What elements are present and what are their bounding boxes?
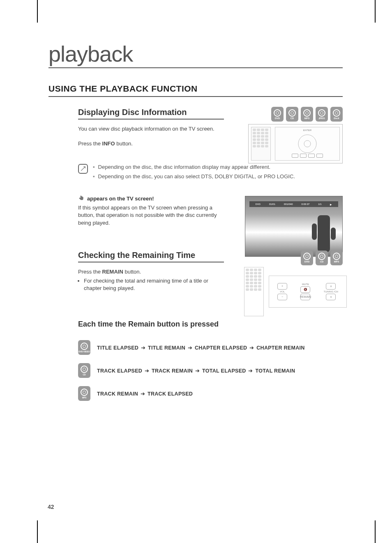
remain-bullet: For checking the total and remaining tim…	[84, 277, 226, 292]
note-block: ▪ Depending on the disc, the disc inform…	[78, 164, 343, 183]
format-badge-mp3: MP3	[330, 251, 343, 265]
crop-mark	[37, 520, 38, 543]
arrow-icon: ➔	[138, 345, 148, 351]
info-time: 0:00:37	[301, 203, 309, 205]
format-badge-cd: CD	[78, 363, 90, 378]
press-instruction: Press the INFO button.	[78, 140, 226, 147]
page-content: playback USING THE PLAYBACK FUNCTION DVD…	[0, 0, 392, 430]
section-title: USING THE PLAYBACK FUNCTION	[48, 84, 343, 97]
arrow-icon: ➔	[142, 368, 152, 374]
note-text: Depending on the disc, the disc informat…	[98, 164, 271, 171]
format-badge-mp3: MP3	[301, 107, 313, 122]
mute-remain-column: MUTE 🔇 REMAIN	[300, 283, 310, 300]
svg-point-0	[298, 135, 316, 153]
arrow-icon: ➔	[247, 345, 256, 351]
crop-mark	[375, 520, 376, 543]
sequence-step: CHAPTER REMAIN	[256, 345, 304, 351]
sequence-section: Each time the Remain button is pressed D…	[78, 320, 343, 401]
vol-down: −	[277, 294, 287, 300]
format-label: DivX	[334, 117, 339, 120]
hand-icon	[78, 195, 85, 202]
sequence-step: TOTAL REMAIN	[256, 368, 295, 374]
tuning-label: TUNING /CH	[324, 290, 338, 293]
info-title: 01/01	[269, 203, 275, 205]
sequence-text: TRACK REMAIN ➔ TRACK ELAPSED	[97, 391, 193, 397]
disc-icon	[274, 109, 281, 117]
press-button: INFO	[102, 140, 115, 147]
arrow-icon: ➔	[246, 368, 256, 374]
format-badge-jpeg: JPEG	[316, 107, 328, 122]
section-body: DVDCDMP3JPEGDivX Displaying Disc Informa…	[48, 108, 343, 401]
disc-icon	[81, 389, 88, 396]
disc-icon	[333, 253, 340, 260]
press-suffix: button.	[115, 140, 133, 147]
format-label: CD	[320, 260, 324, 263]
remote-diagram: ENTER	[248, 124, 343, 163]
disc-icon	[318, 253, 325, 260]
sequence-step: CHAPTER ELAPSED	[195, 345, 247, 351]
note-icon	[78, 164, 88, 174]
enter-label: ENTER	[303, 129, 311, 131]
note-item: ▪ Depending on the disc, the disc inform…	[93, 164, 295, 171]
button-zoom: + VOL − MUTE 🔇 REMAIN ∧ TUNING /CH ∨	[269, 276, 347, 308]
arrow-icon: ➔	[138, 391, 148, 397]
chapter-title: playback	[48, 41, 343, 68]
format-label: MP3	[304, 117, 309, 120]
format-badge-cd: CD	[286, 107, 298, 122]
disc-icon	[81, 366, 88, 373]
format-badge-cd: CD	[316, 251, 328, 265]
format-label: JPEG	[318, 117, 325, 120]
remote-outline	[251, 127, 271, 161]
press-button: REMAIN	[102, 269, 123, 275]
mute-button: 🔇	[300, 286, 310, 293]
format-label: CD	[83, 373, 85, 376]
sequence-step: TOTAL ELAPSED	[202, 368, 246, 374]
note-text: Depending on the disc, you can also sele…	[98, 173, 295, 180]
disc-icon	[303, 109, 311, 117]
subsection-title: Checking the Remaining Time	[78, 251, 224, 262]
zoom-btn	[300, 154, 307, 158]
format-label: CD	[291, 117, 294, 120]
format-badge-dvd: DVD	[301, 251, 313, 265]
crop-mark	[375, 0, 376, 23]
remote-outline	[244, 267, 264, 316]
format-badge-dvd: DVD	[271, 107, 284, 122]
remain-button: REMAIN	[300, 294, 310, 300]
remote-zoom: ENTER	[275, 127, 340, 161]
sequence-heading: Each time the Remain button is pressed	[78, 320, 343, 329]
sequence-row: DVD-VIDEOTITLE ELAPSED ➔ TITLE REMAIN ➔ …	[78, 340, 343, 355]
subsection-title: Displaying Disc Information	[78, 108, 224, 120]
dpad-icon	[297, 133, 318, 154]
disc-icon	[318, 109, 325, 117]
tuning-column: ∧ TUNING /CH ∨	[324, 283, 338, 300]
vol-up: +	[277, 283, 287, 290]
vol-label: VOL	[280, 290, 285, 293]
remaining-time-section: DVDCDMP3 Checking the Remaining Time Pre…	[78, 251, 343, 292]
zoom-btn	[308, 154, 315, 158]
sequence-text: TITLE ELAPSED ➔ TITLE REMAIN ➔ CHAPTER E…	[97, 345, 305, 351]
note-list: ▪ Depending on the disc, the disc inform…	[93, 164, 295, 183]
tv-warning: appears on the TV screen! If this symbol…	[78, 195, 226, 227]
format-label: MP3	[82, 396, 86, 399]
tv-warning-desc: If this symbol appears on the TV screen …	[78, 204, 226, 227]
sequence-row: MP3TRACK REMAIN ➔ TRACK ELAPSED	[78, 386, 343, 401]
cactus-graphic	[318, 215, 330, 252]
note-item: ▪ Depending on the disc, you can also se…	[93, 173, 295, 180]
format-badge-mp3: MP3	[78, 386, 90, 401]
intro-text: You can view disc playback information o…	[78, 125, 226, 133]
format-badges: DVDCDMP3JPEGDivX	[271, 107, 343, 122]
tuning-down: ∨	[326, 294, 336, 300]
bullet-icon: ▪	[93, 173, 95, 180]
format-badges: DVDCDMP3	[301, 251, 343, 265]
sequence-text: TRACK ELAPSED ➔ TRACK REMAIN ➔ TOTAL ELA…	[97, 368, 295, 374]
bullet-icon: ▪	[93, 164, 95, 171]
format-badge-divx: DivX	[330, 107, 343, 122]
disc-icon	[81, 343, 88, 350]
play-icon: ▶	[330, 203, 332, 206]
tuning-up: ∧	[326, 283, 336, 290]
remain-instruction: Press the REMAIN button. For checking th…	[78, 268, 226, 292]
svg-point-1	[304, 140, 311, 147]
format-badge-dvd-video: DVD-VIDEO	[78, 340, 90, 355]
remain-diagram: + VOL − MUTE 🔇 REMAIN ∧ TUNING /CH ∨	[244, 267, 347, 316]
sequence-step: TITLE REMAIN	[148, 345, 185, 351]
